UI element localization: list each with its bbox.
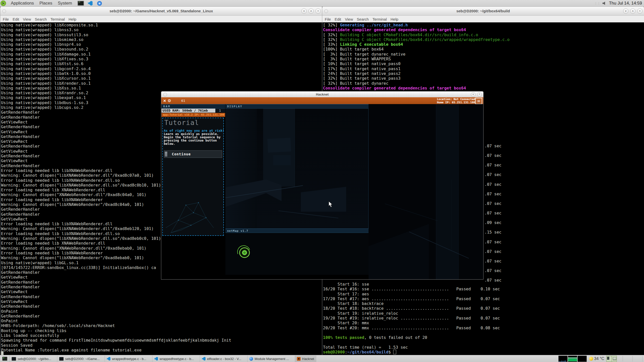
- terminal-text: [ 32%] Built target native_pass3: [323, 76, 400, 81]
- network-wireframe: [163, 190, 224, 235]
- workspace-2[interactable]: [612, 356, 617, 361]
- terminal-text: 20/20 Test #20: mmx ....................…: [323, 326, 500, 330]
- panel-clock[interactable]: Thu Jul 14, 14:59: [609, 1, 642, 6]
- menu-item-edit[interactable]: Edit: [13, 17, 19, 21]
- hacknet-icon: [297, 357, 301, 361]
- show-desktop-button[interactable]: [0, 355, 10, 362]
- terminal-text: [323, 330, 326, 335]
- left-terminal-titlebar[interactable]: seb@D2000: ~/Games/Hacknet_v5.069_Standa…: [0, 7, 322, 16]
- terminal-text: [ 17%] Built target native_pass1: [323, 66, 400, 71]
- terminal-text: [ 3%] Built target WRAPPERS: [323, 57, 391, 61]
- workspace-switcher[interactable]: [606, 356, 617, 362]
- window-title: Hacknet: [161, 92, 483, 97]
- menu-item-terminal[interactable]: Terminal: [373, 17, 387, 21]
- menu-item-terminal[interactable]: Terminal: [51, 17, 65, 21]
- close-button[interactable]: ×: [315, 9, 321, 14]
- taskbar-item-4[interactable]: wrappedfreetype.c - b...: [152, 355, 200, 362]
- continue-button[interactable]: Continue: [164, 150, 222, 158]
- terminal-line: Start 19: irelative_reloc: [323, 311, 500, 316]
- terminal-line: Session Saved: [1, 343, 231, 348]
- terminal-line: Using native(wrapped) libXcursor.so.1: [1, 76, 231, 81]
- terminal-text: :: [345, 350, 347, 354]
- menu-item-view[interactable]: View: [23, 17, 31, 21]
- menu-places[interactable]: Places: [37, 0, 55, 7]
- close-button[interactable]: ×: [637, 9, 642, 14]
- terminal-line: 17/20 Test #17: aes ....................…: [323, 296, 500, 301]
- taskbar-item-2[interactable]: seb@D2000: ~/Game...: [57, 355, 105, 362]
- taskbar-item-5[interactable]: elfloader.c - box32 - V...: [200, 355, 248, 362]
- menu-item-search[interactable]: Search: [357, 17, 369, 21]
- minimize-button[interactable]: ∨: [301, 9, 307, 14]
- hacknet-titlebar[interactable]: Hacknet ∨ ×: [161, 92, 483, 98]
- taskbar-item-label: seb@D2000: ~/git/bo...: [18, 357, 51, 361]
- chromium-launcher-icon[interactable]: [96, 0, 103, 6]
- ram-app-row[interactable]: app:Tutorial v16.2 IP: 65.251.131.108: [162, 113, 225, 117]
- terminal-text: [100%] Built target box64: [323, 47, 384, 52]
- menu-item-search[interactable]: Search: [35, 17, 47, 21]
- taskbar-item-6[interactable]: Module Management ...: [248, 355, 295, 362]
- terminal-line: Using native(wrapped) libXdamage.so.1: [1, 52, 231, 57]
- terminal-line: GetRenderHandler: [1, 314, 231, 319]
- cpu-monitor[interactable]: [568, 356, 577, 362]
- menu-item-help[interactable]: Help: [69, 17, 76, 21]
- terminal-text: seb@D2000: [323, 350, 345, 354]
- terminal-line-fragment: .07 sec: [485, 249, 501, 254]
- disk-monitor[interactable]: [578, 356, 587, 362]
- terminal-line: [ 10%] Built target native_pass0: [323, 61, 510, 66]
- terminal-text: [ 32%] Built target dynarec: [323, 81, 388, 86]
- terminal-line: GetViewRect: [1, 289, 231, 294]
- network-monitor[interactable]: [558, 356, 568, 362]
- menu-item-file[interactable]: File: [325, 17, 331, 21]
- taskbar-item-7[interactable]: Hacknet: [295, 355, 316, 362]
- desktop: Applications Places System ⋮⋮ Thu Jul 14…: [0, 0, 644, 362]
- taskbar-item-1[interactable]: seb@D2000: ~/git/bo...: [10, 355, 57, 362]
- menu-logo-icon[interactable]: [1, 1, 6, 6]
- right-terminal-titlebar[interactable]: seb@D2000: ~/git/box64/build ∨ ∧ ×: [322, 7, 644, 16]
- menu-item-view[interactable]: View: [345, 17, 353, 21]
- terminal-text: Start 18: backtrace: [323, 301, 384, 306]
- terminal-line: [ 3%] Built target WRAPPERS: [323, 57, 510, 61]
- terminal-text: [ 32%]: [323, 23, 340, 27]
- menu-item-edit[interactable]: Edit: [335, 17, 341, 21]
- terminal-text: [323, 340, 326, 345]
- workspace-1[interactable]: [607, 356, 612, 361]
- terminal-line: [ 17%] Built target native_pass1: [323, 66, 510, 71]
- netmap-node[interactable]: [239, 247, 250, 258]
- terminal-line: Using native(wrapped) libatk-1.0.so.0: [1, 71, 231, 76]
- terminal-icon: [77, 1, 84, 6]
- tutorial-body: Learn as quickly as possible.Begin the t…: [164, 132, 221, 145]
- volume-icon[interactable]: [602, 2, 607, 5]
- hacknet-close-icon[interactable]: ×: [163, 97, 166, 104]
- terminal-line: Booting up -- checking libs: [1, 328, 231, 333]
- terminal-line-fragment: .07 sec: [485, 172, 501, 177]
- terminal-launcher-icon[interactable]: [77, 0, 84, 6]
- terminal-line: Start 20: mmx: [323, 321, 500, 325]
- temperature-label[interactable]: 34 °C: [594, 356, 604, 361]
- terminal-line: Using native(wrapped) libasound.so.2: [1, 47, 231, 52]
- taskbar-item-3[interactable]: wrappedfreetype.c - b...: [105, 355, 152, 362]
- menu-item-help[interactable]: Help: [391, 17, 398, 21]
- terminal-line-fragment: .15 sec: [485, 230, 501, 235]
- vscode-icon: [88, 1, 93, 6]
- vscode-icon: [202, 357, 206, 361]
- terminal-line: 19/20 Test #19: irelative_reloc ........…: [323, 316, 500, 321]
- minimize-button[interactable]: ∨: [623, 9, 628, 14]
- terminal-line: Using native(wrapped) libnss3.so: [1, 27, 231, 32]
- gear-icon[interactable]: ⚙: [168, 98, 171, 103]
- panel-grip-icon[interactable]: ⋮⋮: [594, 2, 600, 5]
- mail-icon[interactable]: ✉: [475, 98, 482, 104]
- menu-item-file[interactable]: File: [3, 17, 9, 21]
- minimize-button[interactable]: ∨: [471, 92, 475, 97]
- menu-system[interactable]: System: [55, 0, 75, 7]
- menu-applications[interactable]: Applications: [8, 0, 37, 7]
- terminal-line: [ 32%] Built target native_pass3: [323, 76, 510, 81]
- close-button[interactable]: ×: [477, 92, 482, 97]
- terminal-line: OnPaint: [1, 319, 231, 323]
- vscode-launcher-icon[interactable]: [87, 0, 93, 6]
- maximize-button[interactable]: ∧: [308, 9, 314, 14]
- right-terminal-bottom: Start 16: sse16/20 Test #16: sse .......…: [323, 282, 500, 354]
- terminal-text: 18/20 Test #18: backtrace ..............…: [323, 306, 500, 311]
- terminal-text: [ 3%] Built target dynarec_native: [323, 52, 406, 57]
- maximize-button[interactable]: ∧: [630, 9, 635, 14]
- terminal-text: Start 20: mmx: [323, 321, 369, 325]
